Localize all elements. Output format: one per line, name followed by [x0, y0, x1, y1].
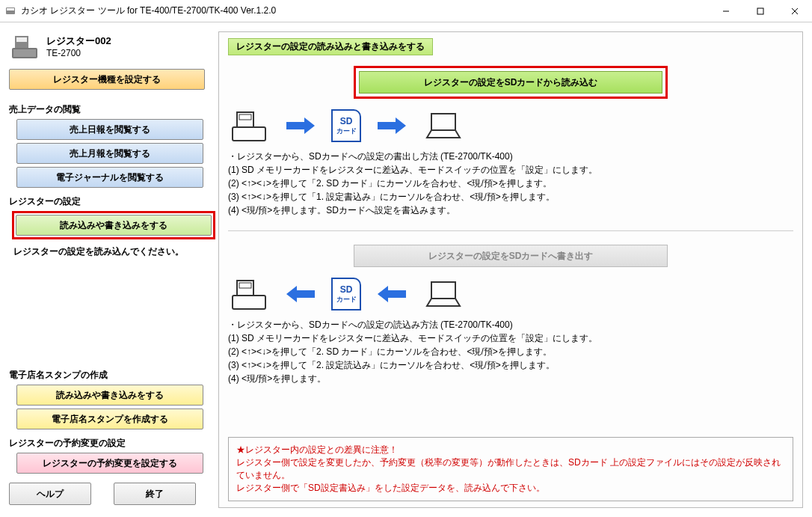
sidebar-instruction: レジスターの設定を読み込んでください。	[13, 245, 211, 258]
write-to-sd-button[interactable]: レジスターの設定をSDカードへ書き出す	[354, 245, 668, 267]
titlebar: カシオ レジスター ツール for TE-400/TE-2700/TK-400 …	[0, 0, 812, 22]
main-title: レジスターの設定の読み込みと書き込みをする	[228, 38, 433, 55]
reserve-button[interactable]: レジスターの予約変更を設定する	[16, 453, 203, 474]
rw-button-highlight: 読み込みや書き込みをする	[12, 211, 215, 239]
register-icon	[228, 108, 270, 144]
svg-rect-7	[13, 49, 36, 57]
window-title: カシオ レジスター ツール for TE-400/TE-2700/TK-400 …	[21, 4, 709, 17]
register-icon	[9, 31, 40, 61]
read-button-highlight: レジスターの設定をSDカードから読み込む	[354, 66, 668, 99]
notes-read: ・レジスターから、SDカードへの設定の書出し方法 (TE-2700/TK-400…	[228, 150, 793, 217]
minimize-button[interactable]	[709, 0, 743, 22]
flow-write: SDカード	[228, 276, 793, 312]
device-model: TE-2700	[46, 48, 111, 58]
group-settings-title: レジスターの設定	[9, 195, 211, 208]
laptop-icon	[422, 108, 464, 144]
svg-rect-22	[431, 282, 455, 299]
svg-rect-3	[757, 8, 763, 14]
exit-button[interactable]: 終了	[114, 483, 196, 505]
svg-marker-13	[286, 117, 315, 134]
stamp-create-button[interactable]: 電子店名スタンプを作成する	[16, 409, 203, 429]
monthly-report-button[interactable]: 売上月報を閲覧する	[16, 143, 203, 164]
close-button[interactable]	[778, 0, 812, 22]
svg-rect-15	[431, 114, 455, 130]
flow-read: SDカード	[228, 108, 793, 144]
arrow-right-icon	[375, 114, 409, 137]
svg-rect-9	[16, 37, 27, 42]
group-reserve-title: レジスターの予約変更の設定	[9, 437, 211, 450]
warning-box: ★レジスター内の設定との差異に注意！ レジスター側で設定を変更したか、予約変更（…	[228, 437, 793, 501]
device-name: レジスター002	[46, 34, 111, 48]
device-info: レジスター002 TE-2700	[9, 31, 211, 61]
laptop-icon	[422, 276, 464, 312]
notes-write: ・レジスターから、SDカードへの設定の読込み方法 (TE-2700/TK-400…	[228, 318, 793, 385]
configure-register-button[interactable]: レジスター機種を設定する	[9, 69, 205, 90]
svg-rect-17	[233, 296, 265, 309]
help-button[interactable]: ヘルプ	[9, 483, 91, 505]
svg-marker-16	[427, 130, 460, 138]
svg-rect-1	[7, 8, 14, 10]
svg-marker-21	[378, 286, 406, 302]
read-from-sd-button[interactable]: レジスターの設定をSDカードから読み込む	[359, 71, 662, 94]
sd-card-icon: SDカード	[331, 278, 361, 310]
group-sales-title: 売上データの閲覧	[9, 103, 211, 116]
svg-rect-10	[233, 127, 265, 141]
settings-rw-button[interactable]: 読み込みや書き込みをする	[16, 215, 212, 236]
svg-rect-19	[239, 283, 251, 288]
svg-marker-23	[427, 299, 460, 306]
sd-card-icon: SDカード	[331, 109, 361, 142]
daily-report-button[interactable]: 売上日報を閲覧する	[16, 119, 203, 140]
svg-marker-14	[378, 117, 406, 134]
app-icon	[4, 5, 16, 17]
group-stamp-title: 電子店名スタンプの作成	[9, 369, 211, 382]
arrow-left-icon	[283, 283, 318, 305]
arrow-right-icon	[283, 114, 318, 137]
maximize-button[interactable]	[743, 0, 778, 22]
sidebar: レジスター002 TE-2700 レジスター機種を設定する 売上データの閲覧 売…	[9, 31, 211, 508]
main-panel: レジスターの設定の読み込みと書き込みをする レジスターの設定をSDカードから読み…	[218, 31, 803, 508]
stamp-rw-button[interactable]: 読み込みや書き込みをする	[16, 385, 203, 406]
svg-marker-20	[286, 286, 315, 302]
svg-rect-12	[239, 114, 251, 120]
journal-button[interactable]: 電子ジャーナルを閲覧する	[16, 167, 203, 188]
register-icon	[228, 276, 270, 312]
arrow-left-icon	[375, 283, 409, 305]
